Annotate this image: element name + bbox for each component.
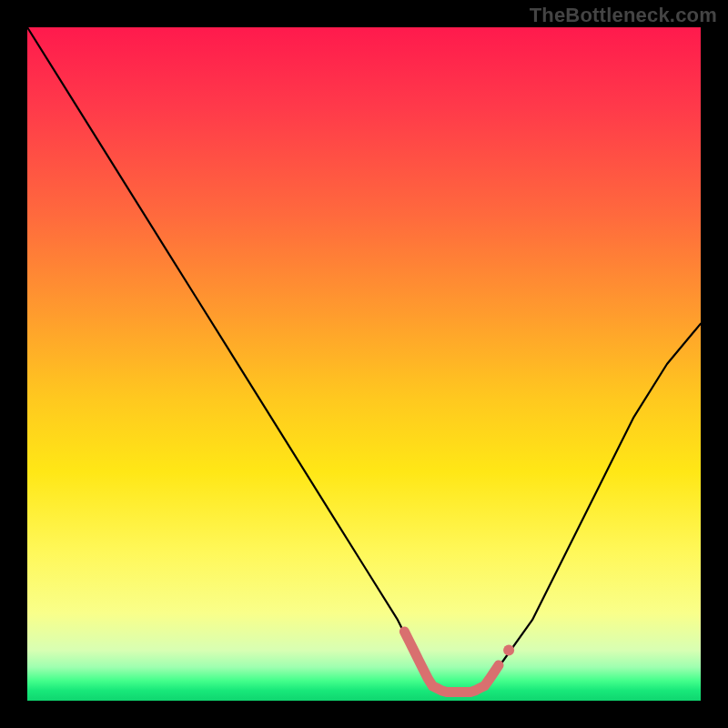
- chart-frame: TheBottleneck.com: [0, 0, 728, 728]
- bottleneck-curve: [27, 27, 701, 701]
- flat-marker-dot: [503, 645, 514, 656]
- plot-area: [27, 27, 701, 701]
- flat-marker: [404, 632, 499, 693]
- watermark-text: TheBottleneck.com: [530, 4, 717, 27]
- curve-path: [27, 27, 701, 694]
